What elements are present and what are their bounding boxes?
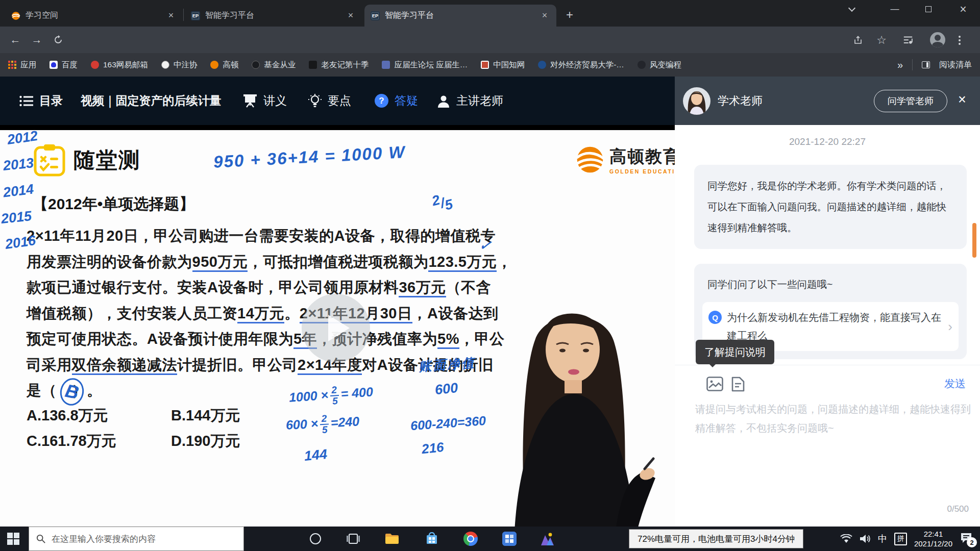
task-view-icon[interactable]	[345, 531, 361, 547]
bookmark-item[interactable]: 老友记第十季	[309, 60, 369, 70]
bookmark-star-icon[interactable]: ☆	[874, 33, 889, 48]
bookmark-item[interactable]: 百度	[50, 60, 78, 70]
grid-bookmark-icon	[8, 61, 16, 69]
forward-button[interactable]: →	[29, 32, 45, 48]
browser-tab-bar: 学习空间 × EP 智能学习平台 × EP 智能学习平台 × + — ×	[0, 0, 980, 27]
option-b: B.144万元	[171, 406, 240, 426]
cortana-icon[interactable]	[307, 531, 324, 547]
screen: 学习空间 × EP 智能学习平台 × EP 智能学习平台 × + — × ← →…	[0, 0, 980, 551]
insert-document-icon[interactable]	[731, 377, 745, 392]
chat-scrollbar-thumb[interactable]	[972, 223, 976, 258]
friends-bookmark-icon	[309, 61, 317, 69]
bookmarks-bar: 应用百度163网易邮箱中注协高顿基金从业老友记第十季应届生论坛 应届生…中国知网…	[0, 53, 980, 77]
handwriting-year: 2014	[2, 181, 34, 201]
bookmark-item[interactable]: 高顿	[210, 60, 238, 70]
option-row: A.136.8万元 B.144万元	[27, 406, 108, 426]
chat-input-area: 发送 请提问与考试相关的问题，问题描述的越详细，越能快速得到精准解答，不包括实务…	[675, 365, 980, 527]
keypoints-button[interactable]: 要点	[308, 77, 351, 125]
tab-close-icon[interactable]: ×	[539, 10, 550, 21]
toc-button[interactable]: 目录	[19, 77, 63, 125]
insert-image-icon[interactable]	[706, 377, 723, 391]
reading-list-button[interactable]: 阅读清单	[939, 60, 972, 70]
keypoints-label: 要点	[328, 93, 351, 109]
lecturer-label: 主讲老师	[456, 93, 503, 109]
bookmark-label: 对外经济贸易大学-…	[550, 60, 624, 70]
window-close-button[interactable]: ×	[948, 0, 978, 18]
taskbar-search-box[interactable]: 在这里输入你要搜索的内容	[29, 527, 244, 551]
window-restore-button[interactable]	[914, 0, 943, 18]
bookmark-item[interactable]: 基金从业	[252, 60, 296, 70]
share-icon[interactable]	[850, 33, 866, 48]
play-button-overlay[interactable]	[302, 294, 370, 362]
bookmark-item[interactable]: 中国知网	[481, 60, 525, 70]
bookmarks-list: 应用百度163网易邮箱中注协高顿基金从业老友记第十季应届生论坛 应届生…中国知网…	[8, 60, 681, 70]
lecturer-button[interactable]: 主讲老师	[437, 77, 503, 125]
handwriting-calc-2013: 600 ×25=240	[285, 412, 360, 436]
bookmark-label: 163网易邮箱	[103, 60, 148, 70]
bookmark-item[interactable]: 应用	[8, 60, 36, 70]
course-header: 目录 视频｜固定资产的后续计量 讲义 要点 ? 答疑 主讲老师	[0, 77, 675, 125]
ask-help-tooltip: 了解提问说明	[696, 340, 774, 364]
volume-icon[interactable]	[860, 534, 871, 544]
ime-mode-indicator[interactable]: 拼	[894, 533, 907, 545]
bookmark-item[interactable]: 对外经济贸易大学-…	[538, 60, 624, 70]
handwriting-year: 2013	[3, 155, 35, 174]
new-tab-button[interactable]: +	[561, 7, 578, 23]
profile-avatar[interactable]	[930, 32, 945, 47]
chrome-icon[interactable]	[462, 531, 479, 547]
yingjie-bookmark-icon	[382, 61, 390, 69]
bookmark-label: 百度	[62, 60, 78, 70]
bookmark-item[interactable]: 163网易邮箱	[91, 60, 148, 70]
handwriting-year: 2015	[1, 208, 33, 227]
system-tray: 中 拼 22:41 2021/12/20 2	[840, 527, 980, 551]
menu-kebab-icon[interactable]	[959, 36, 961, 38]
wifi-icon[interactable]	[840, 534, 852, 543]
tab-close-icon[interactable]: ×	[345, 10, 356, 21]
bookmark-label: 老友记第十季	[321, 60, 369, 70]
chat-input-placeholder[interactable]: 请提问与考试相关的问题，问题描述的越详细，越能快速得到精准解答，不包括实务问题哦…	[695, 400, 971, 438]
file-explorer-icon[interactable]	[384, 531, 400, 547]
tab-smart-platform-active[interactable]: EP 智能学习平台 ×	[364, 5, 556, 27]
bookmark-item[interactable]: 中注协	[161, 60, 198, 70]
option-d: D.190万元	[171, 431, 240, 452]
more-bookmarks-chevron[interactable]: »	[897, 59, 903, 71]
handout-button[interactable]: 讲义	[243, 77, 287, 125]
tab-smart-platform-1[interactable]: EP 智能学习平台 ×	[185, 5, 362, 27]
m-app-icon[interactable]	[539, 531, 555, 547]
ime-language-indicator[interactable]: 中	[878, 533, 887, 545]
taskbar-clock[interactable]: 22:41 2021/12/20	[914, 529, 952, 548]
tab-learning-space[interactable]: 学习空间 ×	[5, 5, 183, 27]
bookmark-label: 基金从业	[264, 60, 296, 70]
send-button[interactable]: 发送	[944, 377, 966, 391]
toc-label: 目录	[39, 93, 63, 109]
gaodun-favicon-icon	[11, 11, 20, 20]
gaodun-bookmark-icon	[210, 61, 218, 69]
exam-tag: 【2012年•单项选择题】	[33, 194, 194, 215]
tab-close-icon[interactable]: ×	[165, 10, 177, 21]
microsoft-store-icon[interactable]	[424, 531, 440, 547]
video-player[interactable]: 随堂测 高顿教育 GOLDEN EDUCATION 【2012年•单项选择题】 …	[0, 125, 675, 527]
action-center-icon[interactable]: 2	[960, 531, 975, 546]
lightbulb-icon	[308, 94, 322, 108]
bookmark-item[interactable]: 风变编程	[638, 60, 681, 70]
pinned-app-icon[interactable]	[501, 531, 518, 547]
bookmark-item[interactable]: 应届生论坛 应届生…	[382, 60, 468, 70]
reload-button[interactable]	[50, 32, 66, 48]
gaodun-logo-en: GOLDEN EDUCATION	[609, 168, 675, 174]
qa-icon: ?	[375, 94, 388, 108]
chat-teacher-name: 学术老师	[718, 93, 763, 109]
quiz-slide: 随堂测 高顿教育 GOLDEN EDUCATION 【2012年•单项选择题】 …	[0, 130, 675, 527]
handout-label: 讲义	[263, 93, 287, 109]
tab-search-chevron-icon[interactable]	[837, 0, 867, 18]
bookmark-label: 风变编程	[650, 60, 681, 70]
media-controls-icon[interactable]	[900, 33, 916, 48]
handwriting-144: 144	[304, 446, 328, 464]
ask-manager-button[interactable]: 问学管老师	[874, 90, 947, 112]
window-minimize-button[interactable]: —	[880, 0, 910, 18]
qa-button[interactable]: ? 答疑	[375, 77, 418, 125]
teacher-avatar	[683, 87, 710, 115]
chat-close-icon[interactable]: ×	[953, 92, 971, 108]
start-button[interactable]	[7, 533, 19, 545]
ep-favicon-icon: EP	[191, 11, 200, 20]
back-button[interactable]: ←	[7, 32, 23, 48]
